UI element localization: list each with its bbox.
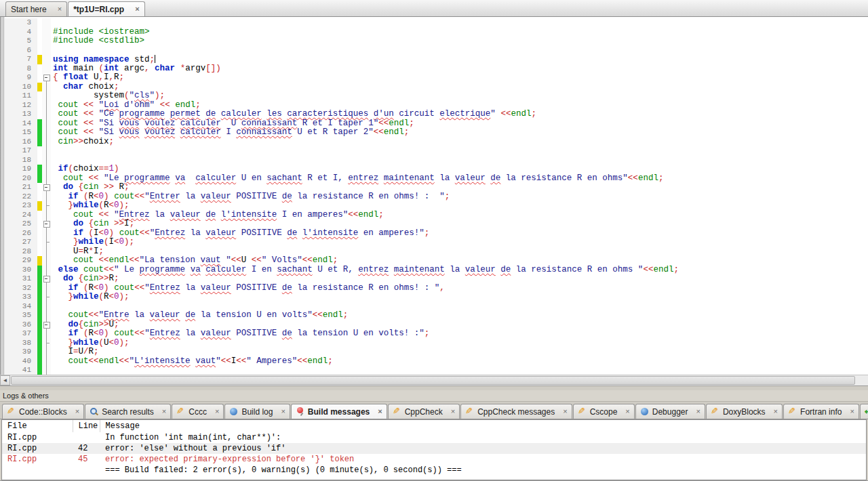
- code-editor[interactable]: 34#include <iostream>5#include <cstdlib>…: [0, 17, 868, 375]
- fold-minus-icon[interactable]: [43, 221, 50, 228]
- log-tab[interactable]: Build log×: [224, 404, 290, 419]
- log-tab[interactable]: DoxyBlocks×: [706, 404, 783, 419]
- code-line[interactable]: 5#include <cstdlib>: [5, 37, 868, 46]
- code-text[interactable]: do{cin>>U;: [51, 320, 868, 330]
- code-line[interactable]: 41: [5, 366, 868, 375]
- fold-toggle[interactable]: [42, 320, 51, 330]
- code-text[interactable]: [51, 18, 868, 28]
- fold-toggle[interactable]: [42, 219, 51, 229]
- horizontal-scrollbar[interactable]: ◄: [0, 375, 868, 385]
- code-text[interactable]: U=R*I;: [51, 247, 868, 257]
- close-icon[interactable]: ×: [451, 408, 455, 415]
- code-line[interactable]: 30 else cout<<" Le programme va calculer…: [5, 266, 868, 275]
- code-text[interactable]: cout<<endl<<"L'intensite vaut"<<I<<" Amp…: [51, 357, 868, 367]
- code-text[interactable]: [51, 366, 868, 375]
- code-line[interactable]: 3: [5, 18, 868, 28]
- close-icon[interactable]: ×: [625, 408, 629, 415]
- close-icon[interactable]: ×: [378, 408, 382, 415]
- code-text[interactable]: cout << "Loi d'ohm" << endl;: [51, 101, 868, 110]
- code-text[interactable]: if (I<0) cout<<"Entrez la valeur POSITIV…: [51, 229, 868, 238]
- code-line[interactable]: 37 if (R<0) cout<<"Entrez la valeur POSI…: [5, 329, 868, 339]
- close-icon[interactable]: ×: [162, 408, 166, 415]
- editor-tab[interactable]: *tp1U=RI.cpp×: [68, 1, 144, 16]
- code-line[interactable]: 4#include <iostream>: [5, 28, 868, 37]
- close-icon[interactable]: ×: [563, 408, 567, 415]
- code-text[interactable]: cout << "Le programme va calculer U en s…: [51, 174, 868, 184]
- code-line[interactable]: 36 do{cin>>U;: [5, 320, 868, 330]
- code-text[interactable]: cout <<endl<<"La tension vaut "<<U <<" V…: [51, 256, 868, 266]
- code-line[interactable]: 6: [5, 46, 868, 56]
- panel-divider[interactable]: [0, 385, 868, 390]
- fold-minus-icon[interactable]: [43, 276, 50, 283]
- code-line[interactable]: 13 cout << "Ce programme permet de calcu…: [5, 110, 868, 119]
- close-icon[interactable]: ×: [75, 408, 79, 415]
- message-row[interactable]: RI.cpp45error: expected primary-expressi…: [2, 454, 866, 465]
- log-tab[interactable]: Code::Blocks×: [2, 404, 84, 419]
- editor-tab[interactable]: Start here×: [5, 1, 67, 16]
- message-row[interactable]: RI.cppIn function 'int main(int, char**)…: [2, 432, 866, 443]
- log-tab[interactable]: Build messages×: [291, 404, 387, 419]
- log-tab[interactable]: Cscope×: [573, 404, 635, 419]
- code-line[interactable]: 12 cout << "Loi d'ohm" << endl;: [5, 101, 868, 110]
- code-area[interactable]: 34#include <iostream>5#include <cstdlib>…: [5, 17, 868, 375]
- code-text[interactable]: }while(R<0);: [51, 201, 868, 211]
- code-text[interactable]: [51, 146, 868, 156]
- code-line[interactable]: 19 if(choix==1): [5, 165, 868, 174]
- close-icon[interactable]: ×: [696, 408, 700, 415]
- close-icon[interactable]: ×: [58, 5, 62, 13]
- code-line[interactable]: 39 I=U/R;: [5, 348, 868, 357]
- code-line[interactable]: 20 cout << "Le programme va calculer U e…: [5, 174, 868, 184]
- code-text[interactable]: else cout<<" Le programme va calculer I …: [51, 266, 868, 275]
- code-text[interactable]: int main (int argc, char *argv[]): [51, 64, 868, 74]
- code-text[interactable]: cout << "Entrez la valeur de l'intensite…: [51, 211, 868, 220]
- code-line[interactable]: 28 U=R*I;: [5, 247, 868, 257]
- code-line[interactable]: 34: [5, 302, 868, 312]
- code-line[interactable]: 16 cin>>choix;: [5, 138, 868, 147]
- code-text[interactable]: cout << "Si vous voulez calculer U conna…: [51, 119, 868, 129]
- code-line[interactable]: 40 cout<<endl<<"L'intensite vaut"<<I<<" …: [5, 357, 868, 367]
- log-tab[interactable]: Debugger×: [635, 404, 705, 419]
- code-text[interactable]: using namespace std;: [51, 55, 868, 64]
- code-text[interactable]: cout << "Si vous voulez calculer I conna…: [51, 128, 868, 138]
- close-icon[interactable]: ×: [774, 408, 778, 415]
- code-text[interactable]: if (R<0) cout<<"Entrez la valeur POSITIV…: [51, 284, 868, 293]
- close-icon[interactable]: ×: [135, 5, 139, 13]
- code-text[interactable]: system("cls");: [51, 91, 868, 101]
- code-line[interactable]: 11 system("cls");: [5, 91, 868, 101]
- code-text[interactable]: cout << "Ce programme permet de calculer…: [51, 110, 868, 119]
- code-line[interactable]: 21 do {cin >> R;: [5, 183, 868, 192]
- code-text[interactable]: do {cin>>R;: [51, 274, 868, 284]
- code-text[interactable]: if(choix==1): [51, 165, 868, 174]
- code-line[interactable]: 38 }while(U<0);: [5, 339, 868, 348]
- fold-minus-icon[interactable]: [43, 184, 50, 191]
- close-icon[interactable]: ×: [850, 408, 854, 415]
- fold-toggle[interactable]: [42, 183, 51, 192]
- code-text[interactable]: { float U,I,R;: [51, 73, 868, 83]
- code-line[interactable]: 10 char choix;: [5, 83, 868, 92]
- fold-minus-icon[interactable]: [43, 75, 50, 81]
- code-line[interactable]: 29 cout <<endl<<"La tension vaut "<<U <<…: [5, 256, 868, 266]
- code-line[interactable]: 22 if (R<0) cout<<"Entrer la valeur POSI…: [5, 192, 868, 202]
- scrollbar-thumb[interactable]: [11, 376, 855, 385]
- code-text[interactable]: I=U/R;: [51, 348, 868, 357]
- code-text[interactable]: if (R<0) cout<<"Entrer la valeur POSITIV…: [51, 192, 868, 202]
- code-line[interactable]: 9{ float U,I,R;: [5, 73, 868, 83]
- message-row[interactable]: === Build failed: 2 error(s), 0 warning(…: [2, 465, 866, 476]
- fold-toggle[interactable]: [42, 274, 51, 284]
- fold-minus-icon[interactable]: [43, 322, 50, 329]
- fold-toggle[interactable]: [42, 73, 51, 83]
- close-icon[interactable]: ×: [215, 408, 219, 415]
- code-text[interactable]: if (R<0) cout<<"Entrez la valeur POSITIV…: [51, 329, 868, 339]
- code-line[interactable]: 24 cout << "Entrez la valeur de l'intens…: [5, 211, 868, 220]
- code-text[interactable]: cout<<"Entre la valeur de la tension U e…: [51, 311, 868, 320]
- code-text[interactable]: [51, 302, 868, 312]
- scroll-left-button[interactable]: ◄: [0, 375, 10, 385]
- code-line[interactable]: 14 cout << "Si vous voulez calculer U co…: [5, 119, 868, 129]
- code-text[interactable]: }while(U<0);: [51, 339, 868, 348]
- code-line[interactable]: 23 }while(R<0);: [5, 201, 868, 211]
- code-text[interactable]: }while(I<0);: [51, 238, 868, 247]
- code-text[interactable]: do {cin >>I;: [51, 219, 868, 229]
- code-line[interactable]: 31 do {cin>>R;: [5, 274, 868, 284]
- code-text[interactable]: #include <cstdlib>: [51, 37, 868, 46]
- code-text[interactable]: [51, 46, 868, 56]
